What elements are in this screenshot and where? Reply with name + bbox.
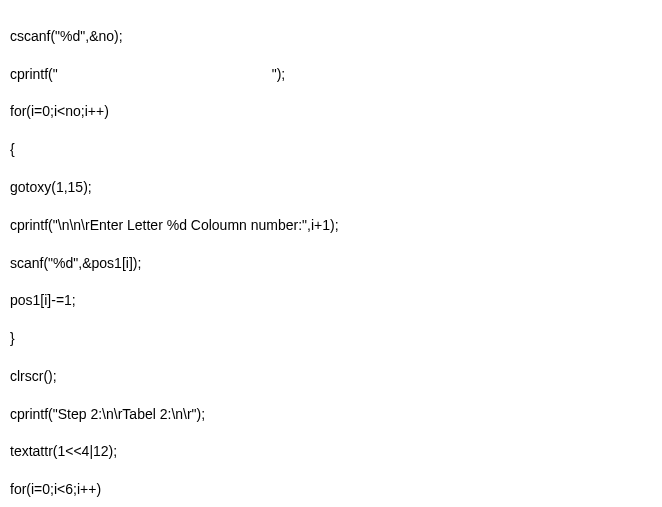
code-line: cscanf("%d",&no); <box>10 27 652 46</box>
code-line: cprintf(" "); <box>10 65 652 84</box>
code-line: for(i=0;i<6;i++) <box>10 480 652 499</box>
code-line: clrscr(); <box>10 367 652 386</box>
code-line: textattr(1<<4|12); <box>10 442 652 461</box>
code-line: pos1[i]-=1; <box>10 291 652 310</box>
code-line: { <box>10 140 652 159</box>
code-line: } <box>10 329 652 348</box>
code-line: for(i=0;i<no;i++) <box>10 102 652 121</box>
code-line: scanf("%d",&pos1[i]); <box>10 254 652 273</box>
code-block: cscanf("%d",&no); cprintf(" "); for(i=0;… <box>10 8 652 507</box>
code-line: gotoxy(1,15); <box>10 178 652 197</box>
code-line: cprintf("Step 2:\n\rTabel 2:\n\r"); <box>10 405 652 424</box>
code-line: cprintf("\n\n\rEnter Letter %d Coloumn n… <box>10 216 652 235</box>
